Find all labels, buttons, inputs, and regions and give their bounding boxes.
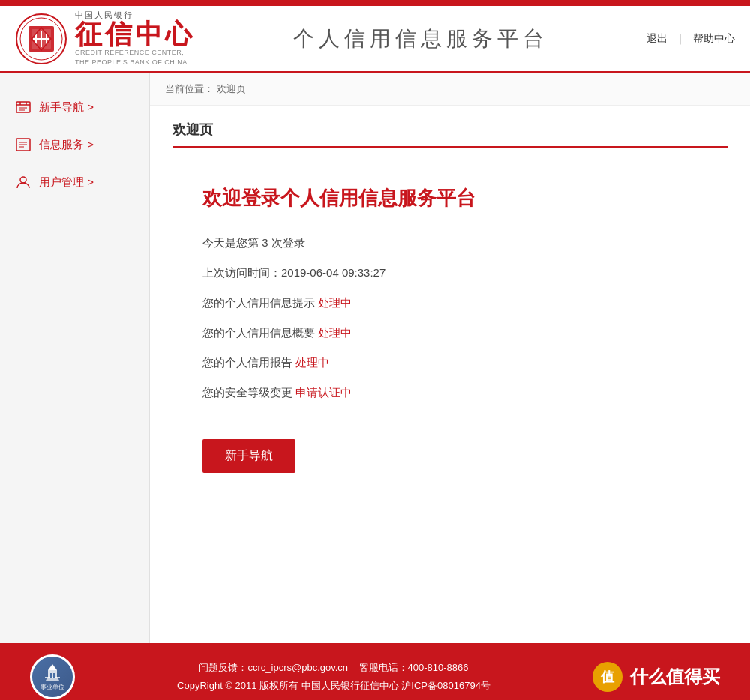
feedback-label: 问题反馈： bbox=[199, 662, 248, 673]
last-visit-time: 2019-06-04 09:33:27 bbox=[281, 266, 386, 279]
separator: ｜ bbox=[675, 32, 686, 46]
svg-rect-8 bbox=[48, 670, 57, 678]
last-visit-line: 上次访问时间：2019-06-04 09:33:27 bbox=[202, 264, 698, 282]
guide-button[interactable]: 新手导航 bbox=[202, 439, 296, 473]
sidebar-item-service[interactable]: 信息服务 > bbox=[0, 126, 149, 163]
sidebar-item-user-label: 用户管理 > bbox=[39, 175, 94, 190]
login-count-post: 次登录 bbox=[268, 236, 305, 249]
guide-btn-area: 新手导航 bbox=[202, 424, 698, 473]
site-badge: 值 bbox=[592, 662, 622, 692]
welcome-heading: 欢迎登录个人信用信息服务平台 bbox=[202, 185, 698, 211]
service-icon bbox=[15, 136, 32, 153]
phone-label: 客服电话： bbox=[359, 662, 408, 673]
svg-rect-5 bbox=[16, 102, 30, 112]
header: 中国人民银行 征信中心 CREDIT REFERENCE CENTER, THE… bbox=[0, 6, 750, 73]
breadcrumb-current: 欢迎页 bbox=[217, 83, 246, 94]
info-report-status: 处理中 bbox=[296, 356, 329, 369]
security-pre: 您的安全等级变更 bbox=[202, 386, 296, 399]
info-summary-status: 处理中 bbox=[318, 326, 352, 339]
footer-emblem-text: 事业单位 bbox=[40, 683, 64, 691]
logout-link[interactable]: 退出 bbox=[646, 32, 668, 46]
site-name: 什么值得买 bbox=[630, 665, 720, 689]
breadcrumb: 当前位置： 欢迎页 bbox=[150, 73, 750, 106]
sidebar-item-service-label: 信息服务 > bbox=[39, 138, 94, 152]
svg-marker-9 bbox=[48, 664, 57, 670]
guide-icon bbox=[15, 99, 32, 115]
login-count-line: 今天是您第 3 次登录 bbox=[202, 234, 698, 252]
security-line: 您的安全等级变更 申请认证中 bbox=[202, 384, 698, 402]
footer-feedback: 问题反馈：ccrc_ipcrs@pbc.gov.cn 客服电话：400-810-… bbox=[199, 661, 468, 675]
sidebar-item-guide-label: 新手导航 > bbox=[39, 100, 94, 115]
logo-en: CREDIT REFERENCE CENTER, THE PEOPLE'S BA… bbox=[75, 48, 195, 67]
info-hint-status: 处理中 bbox=[318, 296, 352, 309]
footer: 事业单位 问题反馈：ccrc_ipcrs@pbc.gov.cn 客服电话：400… bbox=[0, 643, 750, 700]
footer-phone: 400-810-8866 bbox=[408, 662, 469, 673]
footer-center: 问题反馈：ccrc_ipcrs@pbc.gov.cn 客服电话：400-810-… bbox=[177, 661, 490, 693]
login-count: 3 bbox=[262, 236, 268, 249]
info-hint-pre: 您的个人信用信息提示 bbox=[202, 296, 318, 309]
logo-text-area: 中国人民银行 征信中心 CREDIT REFERENCE CENTER, THE… bbox=[75, 10, 195, 67]
logo-area: 中国人民银行 征信中心 CREDIT REFERENCE CENTER, THE… bbox=[15, 10, 195, 67]
welcome-content: 欢迎登录个人信用信息服务平台 今天是您第 3 次登录 上次访问时间：2019-0… bbox=[172, 170, 728, 488]
info-report-line: 您的个人信用报告 处理中 bbox=[202, 354, 698, 372]
top-stripe bbox=[0, 0, 750, 6]
footer-right: 值 什么值得买 bbox=[592, 662, 720, 692]
breadcrumb-prefix: 当前位置： bbox=[165, 83, 214, 94]
svg-point-7 bbox=[20, 177, 26, 183]
header-title: 个人信用信息服务平台 bbox=[195, 25, 646, 53]
info-report-pre: 您的个人信用报告 bbox=[202, 356, 296, 369]
security-status: 申请认证中 bbox=[296, 386, 352, 399]
help-link[interactable]: 帮助中心 bbox=[693, 32, 735, 46]
page-title: 欢迎页 bbox=[172, 121, 728, 148]
last-visit-pre: 上次访问时间： bbox=[202, 266, 281, 279]
header-actions: 退出 ｜ 帮助中心 bbox=[646, 32, 735, 46]
info-summary-pre: 您的个人信用信息概要 bbox=[202, 326, 318, 339]
sidebar: 新手导航 > 信息服务 > 用户管理 > bbox=[0, 73, 150, 643]
footer-copyright: CopyRight © 2011 版权所有 中国人民银行征信中心 沪ICP备08… bbox=[177, 679, 490, 693]
feedback-email: ccrc_ipcrs@pbc.gov.cn bbox=[248, 662, 348, 673]
content-area: 当前位置： 欢迎页 欢迎页 欢迎登录个人信用信息服务平台 今天是您第 3 次登录… bbox=[150, 73, 750, 643]
info-summary-line: 您的个人信用信息概要 处理中 bbox=[202, 324, 698, 342]
login-count-pre: 今天是您第 bbox=[202, 236, 262, 249]
sidebar-item-guide[interactable]: 新手导航 > bbox=[0, 88, 149, 126]
page-body: 欢迎页 欢迎登录个人信用信息服务平台 今天是您第 3 次登录 上次访问时间：20… bbox=[150, 106, 750, 503]
footer-emblem: 事业单位 bbox=[30, 654, 75, 699]
user-mgmt-icon bbox=[15, 174, 32, 190]
logo-emblem bbox=[15, 13, 68, 65]
info-hint-line: 您的个人信用信息提示 处理中 bbox=[202, 294, 698, 312]
logo-main: 征信中心 bbox=[75, 21, 195, 48]
main-layout: 新手导航 > 信息服务 > 用户管理 > bbox=[0, 73, 750, 643]
sidebar-item-user[interactable]: 用户管理 > bbox=[0, 163, 149, 201]
